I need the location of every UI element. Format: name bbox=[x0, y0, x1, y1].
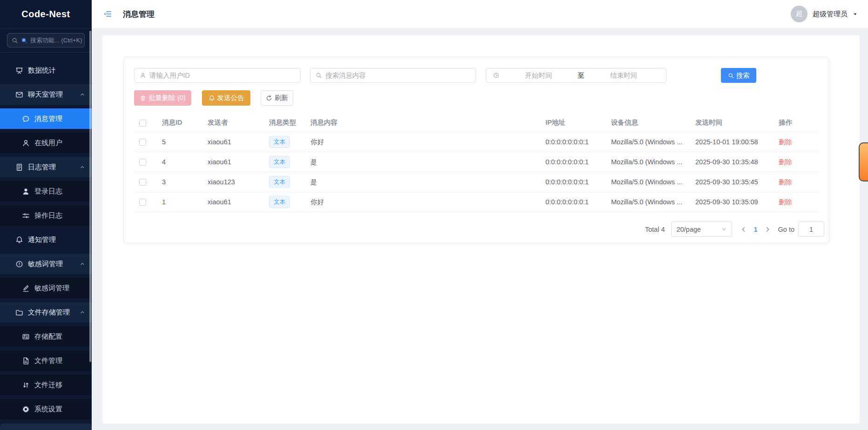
user-icon bbox=[140, 72, 146, 79]
cell-device-info: Mozilla/5.0 (Windows ... bbox=[606, 152, 690, 172]
sidebar-item[interactable]: 系统设置 bbox=[0, 399, 92, 419]
toolbar-row: 批量删除 (0) 发送公告 刷新 bbox=[134, 90, 819, 106]
cell-send-time: 2025-09-30 10:35:45 bbox=[690, 172, 774, 192]
start-time-placeholder[interactable]: 开始时间 bbox=[503, 71, 574, 80]
folder-icon bbox=[15, 309, 23, 316]
cell-message-type: 文本 bbox=[264, 152, 305, 172]
cell-sender: xiaou61 bbox=[202, 192, 264, 212]
send-announcement-button[interactable]: 发送公告 bbox=[202, 90, 250, 106]
current-page[interactable]: 1 bbox=[754, 226, 757, 233]
cell-actions: 删除 bbox=[774, 152, 820, 172]
sidebar-item[interactable]: 登录日志 bbox=[0, 181, 92, 202]
sidebar-item[interactable]: 存储配置 bbox=[0, 326, 92, 347]
refresh-label: 刷新 bbox=[275, 94, 288, 102]
row-checkbox[interactable] bbox=[139, 179, 146, 186]
cell-send-time: 2025-10-01 19:00:58 bbox=[690, 132, 774, 152]
sidebar-item-label: 数据统计 bbox=[28, 66, 56, 75]
message-content-input[interactable]: 搜索消息内容 bbox=[310, 68, 476, 83]
cell-ip-address: 0:0:0:0:0:0:0:1 bbox=[540, 192, 606, 212]
sidebar-scrollbar[interactable] bbox=[89, 31, 91, 362]
batch-delete-label: 批量删除 (0) bbox=[148, 94, 186, 102]
cell-sender: xiaou61 bbox=[202, 132, 264, 152]
cell-message-type: 文本 bbox=[264, 172, 305, 192]
cell-send-time: 2025-09-30 10:35:09 bbox=[690, 192, 774, 212]
theme-panel-handle[interactable] bbox=[859, 142, 868, 181]
announce-label: 发送公告 bbox=[217, 94, 244, 102]
delete-link[interactable]: 删除 bbox=[779, 158, 792, 166]
sidebar-item[interactable]: 操作日志 bbox=[0, 205, 92, 226]
row-select-cell bbox=[134, 192, 157, 212]
user-filled-icon bbox=[22, 188, 30, 195]
arrow-left-icon[interactable] bbox=[740, 226, 747, 233]
sidebar-item-label: 登录日志 bbox=[34, 187, 62, 196]
arrow-right-icon[interactable] bbox=[764, 226, 771, 233]
message-type-badge: 文本 bbox=[269, 196, 290, 208]
cell-ip-address: 0:0:0:0:0:0:0:1 bbox=[540, 132, 606, 152]
column-header: IP地址 bbox=[540, 114, 606, 132]
menu-fold-icon[interactable] bbox=[103, 10, 112, 18]
cell-sender: xiaou61 bbox=[202, 152, 264, 172]
cell-message-content: 你好 bbox=[305, 132, 540, 152]
sidebar-item-label: 通知管理 bbox=[28, 235, 56, 244]
cell-message-id: 1 bbox=[157, 192, 202, 212]
delete-link[interactable]: 删除 bbox=[779, 178, 792, 186]
sidebar-item[interactable]: 日志管理 bbox=[0, 157, 92, 177]
sidebar-item[interactable]: 聊天室管理 bbox=[0, 84, 92, 105]
chevron-up-icon bbox=[80, 261, 85, 267]
date-range-picker[interactable]: 开始时间 至 结束时间 bbox=[486, 68, 666, 83]
search-icon bbox=[316, 72, 322, 79]
sidebar-search-input[interactable]: 搜索功能... (Ctrl+K) bbox=[7, 33, 85, 47]
search-icon bbox=[728, 73, 734, 79]
storage-card-icon bbox=[22, 333, 30, 341]
sidebar-item[interactable]: 在线用户 bbox=[0, 133, 92, 153]
user-id-input[interactable]: 请输入用户ID bbox=[134, 68, 301, 83]
goto-page-input[interactable]: 1 bbox=[798, 222, 824, 237]
delete-link[interactable]: 删除 bbox=[779, 138, 792, 146]
cell-actions: 删除 bbox=[774, 172, 820, 192]
page-title: 消息管理 bbox=[123, 9, 155, 20]
row-checkbox[interactable] bbox=[139, 199, 146, 206]
user-menu[interactable]: 超 超级管理员 bbox=[791, 6, 858, 22]
sidebar-item[interactable]: 数据统计 bbox=[0, 60, 92, 81]
sidebar-item[interactable]: 文件管理 bbox=[0, 350, 92, 371]
page-size-select[interactable]: 20/page bbox=[671, 222, 732, 237]
sidebar-search-placeholder: 搜索功能... (Ctrl+K) bbox=[30, 36, 82, 45]
clock-icon bbox=[493, 72, 499, 79]
sidebar-item[interactable]: 消息管理 bbox=[0, 108, 92, 129]
sidebar-item[interactable]: 文件迁移 bbox=[0, 375, 92, 395]
avatar[interactable]: 超 bbox=[791, 6, 807, 22]
sidebar-footer-bar bbox=[0, 423, 92, 430]
bell-icon bbox=[15, 236, 23, 244]
column-header: 消息ID bbox=[157, 114, 202, 132]
search-outline-icon bbox=[12, 37, 18, 44]
sidebar-item-label: 日志管理 bbox=[28, 163, 56, 172]
end-time-placeholder[interactable]: 结束时间 bbox=[588, 71, 659, 80]
filter-row: 请输入用户ID 搜索消息内容 开始时间 至 结束时间 搜索 bbox=[134, 68, 819, 83]
row-select-cell bbox=[134, 172, 157, 192]
column-header: 消息内容 bbox=[305, 114, 540, 132]
batch-delete-button[interactable]: 批量删除 (0) bbox=[134, 90, 191, 106]
sidebar-item[interactable]: 敏感词管理 bbox=[0, 278, 92, 298]
refresh-button[interactable]: 刷新 bbox=[261, 90, 293, 106]
cell-ip-address: 0:0:0:0:0:0:0:1 bbox=[540, 152, 606, 172]
delete-link[interactable]: 删除 bbox=[779, 198, 792, 206]
sidebar-item-label: 系统设置 bbox=[34, 405, 62, 414]
row-checkbox[interactable] bbox=[139, 159, 146, 166]
select-all-checkbox[interactable] bbox=[139, 120, 146, 127]
table-row: 5 xiaou61 文本 你好 0:0:0:0:0:0:0:1 Mozilla/… bbox=[134, 132, 820, 152]
search-button[interactable]: 搜索 bbox=[721, 68, 756, 83]
sidebar-item[interactable]: 通知管理 bbox=[0, 229, 92, 250]
cell-message-type: 文本 bbox=[264, 132, 305, 152]
row-checkbox[interactable] bbox=[139, 139, 146, 146]
cell-device-info: Mozilla/5.0 (Windows ... bbox=[606, 192, 690, 212]
sidebar-item[interactable]: 文件存储管理 bbox=[0, 302, 92, 322]
app-logo: Code-Nest bbox=[0, 0, 92, 29]
cell-message-content: 是 bbox=[305, 172, 540, 192]
sidebar: Code-Nest 搜索功能... (Ctrl+K) 数据统计 聊天室管理 消息… bbox=[0, 0, 92, 430]
search-blue-icon bbox=[21, 37, 27, 44]
table-row: 3 xiaou123 文本 是 0:0:0:0:0:0:0:1 Mozilla/… bbox=[134, 172, 820, 192]
sidebar-item-label: 文件存储管理 bbox=[28, 308, 70, 317]
sidebar-item-label: 敏感词管理 bbox=[34, 284, 69, 293]
sidebar-item[interactable]: 敏感词管理 bbox=[0, 254, 92, 274]
cell-message-id: 3 bbox=[157, 172, 202, 192]
